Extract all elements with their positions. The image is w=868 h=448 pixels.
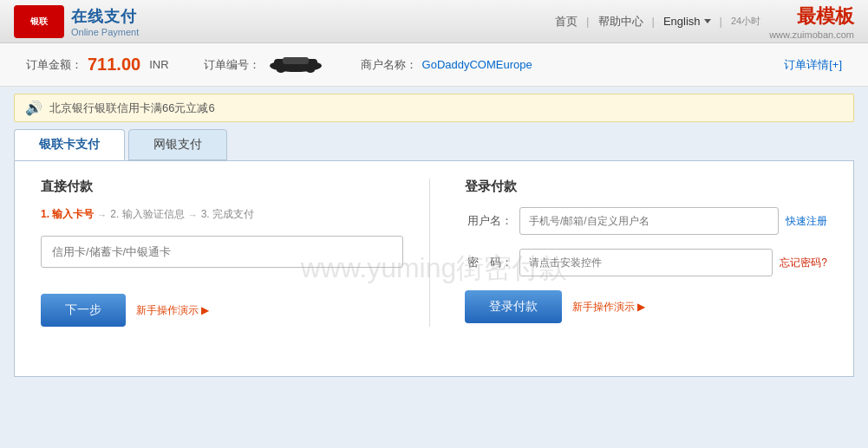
- promo-text: 北京银行银联信用卡满66元立减6: [49, 101, 215, 116]
- order-id-value: [265, 54, 326, 75]
- header-nav: 首页 | 帮助中心 | English | 24小时 最模板 www.zuimo…: [555, 3, 854, 40]
- right-demo-text: 新手操作演示: [572, 300, 635, 315]
- step-arrow-1: →: [97, 210, 107, 220]
- password-input[interactable]: [519, 249, 773, 276]
- order-detail-link[interactable]: 订单详情[+]: [784, 57, 842, 73]
- merchant-label: 商户名称：: [361, 57, 417, 73]
- login-payment-column: 登录付款 用户名： 快速注册 密 码： 忘记密码? 登录付款 新手操作演示 ▶: [430, 179, 827, 327]
- next-button[interactable]: 下一步: [41, 294, 126, 327]
- login-button-label: 登录付款: [489, 299, 538, 313]
- language-selector[interactable]: English: [663, 15, 711, 28]
- sep2: |: [652, 15, 655, 28]
- password-label: 密 码：: [465, 255, 512, 270]
- svg-rect-4: [283, 57, 309, 64]
- password-row: 密 码： 忘记密码?: [465, 249, 827, 276]
- login-payment-title: 登录付款: [465, 179, 827, 195]
- brand-url: www.zuimoban.com: [769, 29, 854, 40]
- left-demo-text: 新手操作演示: [136, 303, 199, 318]
- sep3: |: [720, 15, 722, 28]
- order-id-field: 订单编号：: [204, 54, 326, 75]
- lang-label: English: [663, 15, 701, 28]
- play-icon-right: ▶: [637, 301, 645, 313]
- chevron-down-icon: [704, 19, 711, 23]
- left-btn-row: 下一步 新手操作演示 ▶: [41, 294, 403, 327]
- logo-area: 银联 在线支付 Online Payment: [14, 5, 139, 38]
- promo-bar: 🔊 北京银行银联信用卡满66元立减6: [14, 94, 854, 122]
- step-arrow-2: →: [188, 210, 198, 220]
- speaker-icon: 🔊: [25, 100, 42, 116]
- direct-payment-title: 直接付款: [41, 179, 403, 195]
- unionpay-logo: 银联: [14, 5, 64, 38]
- tab-netbank[interactable]: 网银支付: [128, 129, 227, 160]
- direct-payment-column: 直接付款 1. 输入卡号 → 2. 输入验证信息 → 3. 完成支付 下一步 新…: [41, 179, 430, 327]
- step1-label: 1. 输入卡号: [41, 207, 94, 222]
- tab-unionpay-label: 银联卡支付: [39, 137, 100, 151]
- play-icon: ▶: [201, 304, 209, 316]
- service-label: 24小时: [731, 15, 760, 28]
- register-link[interactable]: 快速注册: [786, 214, 827, 229]
- step3-label: 3. 完成支付: [201, 207, 254, 222]
- amount-value: 711.00: [88, 55, 140, 75]
- main-panel: www.yuming街密付款 直接付款 1. 输入卡号 → 2. 输入验证信息 …: [14, 160, 854, 377]
- car-icon: [265, 54, 326, 73]
- merchant-field: 商户名称： GoDaddyCOMEurope: [361, 57, 532, 73]
- left-demo-link[interactable]: 新手操作演示 ▶: [136, 303, 209, 318]
- tab-netbank-label: 网银支付: [153, 137, 202, 151]
- tab-unionpay[interactable]: 银联卡支付: [14, 129, 125, 160]
- forget-password-link[interactable]: 忘记密码?: [780, 256, 827, 270]
- step2-label: 2. 输入验证信息: [110, 207, 184, 222]
- nav-home-link[interactable]: 首页: [555, 14, 578, 29]
- username-label: 用户名：: [465, 213, 512, 229]
- right-demo-link[interactable]: 新手操作演示 ▶: [572, 300, 645, 315]
- next-button-label: 下一步: [65, 302, 101, 316]
- username-row: 用户名： 快速注册: [465, 207, 827, 235]
- tabs-container: 银联卡支付 网银支付: [14, 129, 854, 160]
- logo-sub-text: Online Payment: [71, 27, 139, 37]
- order-id-label: 订单编号：: [204, 57, 260, 73]
- right-btn-row: 登录付款 新手操作演示 ▶: [465, 290, 827, 323]
- card-number-input[interactable]: [41, 236, 403, 268]
- currency-label: INR: [149, 58, 168, 71]
- amount-label: 订单金额：: [26, 57, 82, 73]
- brand-name: 最模板: [797, 3, 854, 29]
- sep1: |: [586, 15, 589, 28]
- nav-help-link[interactable]: 帮助中心: [598, 14, 643, 29]
- payment-columns: 直接付款 1. 输入卡号 → 2. 输入验证信息 → 3. 完成支付 下一步 新…: [41, 179, 827, 327]
- steps-indicator: 1. 输入卡号 → 2. 输入验证信息 → 3. 完成支付: [41, 207, 403, 222]
- login-button[interactable]: 登录付款: [465, 290, 562, 323]
- order-bar: 订单金额： 711.00 INR 订单编号： 商户名称： GoDaddyCOME…: [0, 43, 868, 87]
- svg-point-3: [306, 68, 315, 73]
- merchant-value: GoDaddyCOMEurope: [422, 58, 532, 71]
- order-amount-field: 订单金额： 711.00 INR: [26, 55, 169, 75]
- header: 银联 在线支付 Online Payment 首页 | 帮助中心 | Engli…: [0, 0, 868, 43]
- logo-main-text: 在线支付: [71, 6, 139, 27]
- brand-area: 最模板 www.zuimoban.com: [769, 3, 854, 40]
- username-input[interactable]: [519, 207, 779, 235]
- svg-point-2: [277, 68, 285, 73]
